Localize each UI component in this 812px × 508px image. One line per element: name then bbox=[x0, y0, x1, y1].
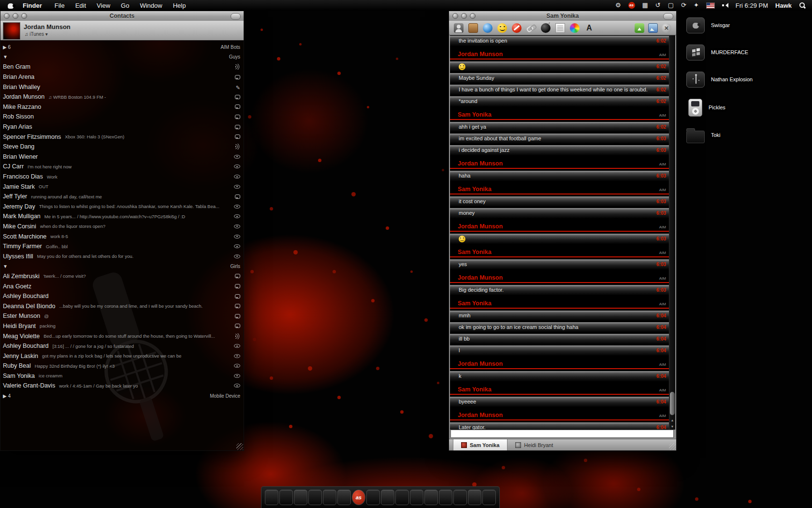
menu-go[interactable]: Go bbox=[121, 2, 129, 9]
contact-row[interactable]: Ruby BealHappy 32nd Birthday Big Bro! (*… bbox=[0, 361, 244, 371]
toolbar-toggle-button[interactable] bbox=[663, 13, 673, 20]
dock-app-15-icon[interactable] bbox=[468, 490, 481, 505]
desktop-icon-nathan-explosion[interactable]: Nathan Explosion bbox=[686, 72, 793, 88]
contact-row[interactable]: Ali Zembruski'twerk... / come visit? bbox=[0, 271, 244, 282]
chat-tab[interactable]: Heidi Bryant bbox=[508, 439, 561, 450]
us-flag-menu-icon[interactable] bbox=[706, 2, 715, 9]
menu-view[interactable]: View bbox=[97, 2, 110, 9]
contact-row[interactable]: Jordan Munson♫ WRBB Boston 104.9 FM - bbox=[0, 92, 244, 102]
menu-help[interactable]: Help bbox=[173, 2, 186, 9]
contact-row[interactable]: Jamie StarkOUT bbox=[0, 181, 244, 192]
menu-edit[interactable]: Edit bbox=[75, 2, 86, 9]
contact-row[interactable]: Mike Corsiniwhen do the liquor stores op… bbox=[0, 222, 244, 232]
message-input[interactable] bbox=[450, 430, 674, 438]
chat-tab[interactable]: Sam Yonika bbox=[453, 439, 508, 450]
contact-row[interactable]: Scott Marchionework 8-5 bbox=[0, 231, 244, 241]
resize-grip[interactable] bbox=[236, 443, 243, 450]
bomb-icon[interactable] bbox=[541, 23, 551, 33]
contact-row[interactable]: Jenny Laskingot my plans in a zip lock b… bbox=[0, 351, 244, 361]
contact-row[interactable]: CJ CarrI'm not here right now bbox=[0, 162, 244, 172]
group-row[interactable]: ▶ 4Mobile Device bbox=[0, 391, 244, 401]
resize-grip[interactable] bbox=[669, 443, 676, 450]
menu-file[interactable]: File bbox=[55, 2, 65, 9]
send-file-icon[interactable] bbox=[635, 23, 644, 33]
contact-row[interactable]: Brian Arena bbox=[0, 72, 244, 82]
scrollbar-thumb[interactable] bbox=[670, 392, 675, 415]
contact-row[interactable]: Brian Wiener bbox=[0, 152, 244, 162]
toolbar-toggle-button[interactable] bbox=[231, 13, 241, 20]
contact-row[interactable]: Ryan Arias bbox=[0, 122, 244, 132]
scroll-down-arrow[interactable] bbox=[669, 423, 675, 430]
contact-row[interactable]: Deanna Del Biondo...baby will you be my … bbox=[0, 301, 244, 311]
menu-clock[interactable]: Fri 6:29 PM bbox=[736, 2, 768, 9]
volume-menu-icon[interactable] bbox=[722, 3, 728, 8]
chat-message-area[interactable]: the invitation is open6:02Jordan MunsonA… bbox=[450, 35, 669, 430]
contact-row[interactable]: Sam Yonikaice creamm bbox=[0, 371, 244, 381]
group-disclosure-triangle[interactable]: ▶ 4 bbox=[3, 393, 11, 399]
contact-row[interactable]: Steve Dang bbox=[0, 142, 244, 152]
group-disclosure-triangle[interactable]: ▼ bbox=[3, 54, 8, 60]
contact-row[interactable]: Ben Gram bbox=[0, 62, 244, 72]
contact-row[interactable]: Mike Razzano bbox=[0, 102, 244, 112]
insert-emoticon-icon[interactable] bbox=[497, 23, 507, 33]
desktop-icon-toki[interactable]: Toki bbox=[686, 128, 793, 143]
insert-link-icon[interactable] bbox=[526, 23, 536, 33]
menu-window[interactable]: Window bbox=[140, 2, 162, 9]
contact-row[interactable]: Heidi Bryantpacking bbox=[0, 321, 244, 331]
minimize-button[interactable] bbox=[461, 13, 467, 19]
zoom-button[interactable] bbox=[21, 13, 27, 19]
dock-app-10-icon[interactable] bbox=[395, 490, 409, 505]
dock-app-6-icon[interactable] bbox=[337, 490, 351, 505]
dock-app-3-icon[interactable] bbox=[294, 490, 307, 505]
close-button[interactable] bbox=[452, 13, 458, 19]
airport-menu-icon[interactable]: ✦ bbox=[694, 0, 699, 11]
zoom-button[interactable] bbox=[470, 13, 476, 19]
desktop-icon-murderface[interactable]: MURDERFACE bbox=[686, 45, 793, 60]
group-row[interactable]: ▶ 6AIM Bots bbox=[0, 42, 244, 52]
notes-icon[interactable] bbox=[555, 23, 565, 33]
group-row[interactable]: ▼ Guys bbox=[0, 52, 244, 62]
color-wheel-icon[interactable] bbox=[570, 23, 580, 33]
owner-status-menu[interactable]: ♫ iTunes ▾ bbox=[25, 31, 48, 37]
globe-icon[interactable] bbox=[483, 23, 493, 33]
contact-row[interactable]: Rob Sisson bbox=[0, 112, 244, 122]
contact-row[interactable]: Timmy FarmerGolfin.. bbl bbox=[0, 241, 244, 252]
dock-app-13-icon[interactable] bbox=[439, 490, 452, 505]
minimize-button[interactable] bbox=[13, 13, 18, 19]
dock-app-12-icon[interactable] bbox=[424, 490, 438, 505]
close-button[interactable] bbox=[4, 13, 10, 19]
desktop-icon-swisgar[interactable]: Swisgar bbox=[686, 17, 793, 33]
contact-row[interactable]: Valerie Grant-Daviswork / 4:45-1am / Gay… bbox=[0, 381, 244, 391]
display-menu-icon[interactable]: ▢ bbox=[668, 0, 674, 11]
contact-row[interactable]: Brian Whalley bbox=[0, 82, 244, 92]
dock-app-9-icon[interactable] bbox=[381, 490, 394, 505]
dock-app-1-icon[interactable] bbox=[265, 490, 278, 505]
contact-row[interactable]: Jeremy DayThings to listen to whilst goi… bbox=[0, 202, 244, 212]
contact-row[interactable]: Mark MulliganMe in 5 years... / http://w… bbox=[0, 211, 244, 222]
group-disclosure-triangle[interactable]: ▶ 6 bbox=[3, 45, 11, 50]
contact-row[interactable]: Meag VioletteBed...up early tomorrow to … bbox=[0, 331, 244, 341]
insert-image-icon[interactable] bbox=[648, 23, 658, 33]
block-user-icon[interactable] bbox=[662, 23, 671, 33]
block-icon[interactable] bbox=[512, 23, 522, 33]
scroll-up-arrow[interactable] bbox=[669, 417, 675, 423]
spotlight-icon[interactable] bbox=[799, 2, 806, 9]
contact-row[interactable]: Jeff Tylerrunning around all day, call/t… bbox=[0, 192, 244, 202]
owner-avatar[interactable] bbox=[3, 22, 20, 40]
apple-menu-icon[interactable] bbox=[8, 2, 14, 9]
desktop-icon-pickles[interactable]: Pickles bbox=[686, 99, 793, 117]
fast-user-switch-menu[interactable]: Hawk bbox=[775, 2, 792, 9]
gear-menu-icon[interactable]: ⚙ bbox=[615, 0, 621, 11]
contact-row[interactable]: Ester Munson@ bbox=[0, 311, 244, 321]
dock-lastfm-icon[interactable]: as bbox=[352, 490, 365, 505]
contacts-titlebar[interactable]: Contacts bbox=[0, 11, 244, 21]
dock-app-14-icon[interactable] bbox=[453, 490, 467, 505]
dock-app-11-icon[interactable] bbox=[410, 490, 423, 505]
menu-app-finder[interactable]: Finder bbox=[23, 2, 42, 9]
chat-titlebar[interactable]: Sam Yonika bbox=[449, 11, 676, 21]
group-disclosure-triangle[interactable]: ▼ bbox=[3, 264, 8, 269]
time-machine-menu-icon[interactable]: ↺ bbox=[655, 0, 661, 11]
contact-row[interactable]: Francisco DiasWork bbox=[0, 172, 244, 182]
address-book-icon[interactable] bbox=[468, 23, 478, 33]
buddy-info-icon[interactable] bbox=[454, 23, 464, 33]
